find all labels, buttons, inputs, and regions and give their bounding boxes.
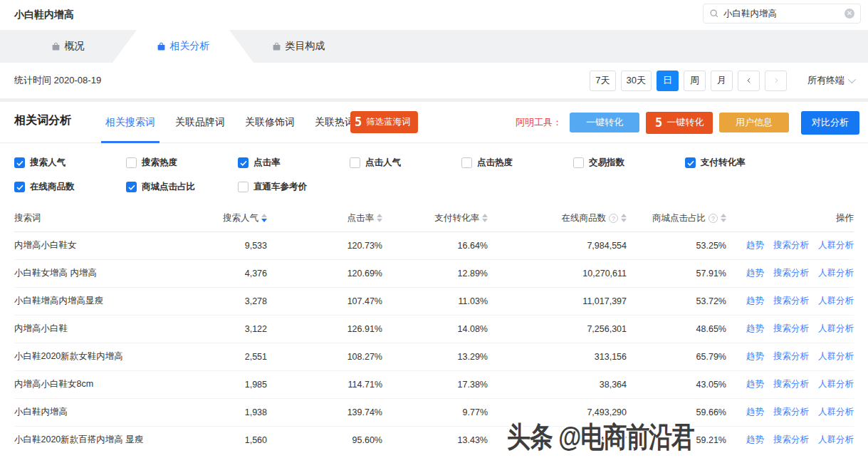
search-analysis-link[interactable]: 搜索分析 [773,239,809,251]
cell-pay-conversion: 14.08% [382,315,488,343]
terminal-selector[interactable]: 所有终端 [807,74,854,87]
subtab-related-search-words[interactable]: 相关搜索词 [105,102,155,143]
range-30d-button[interactable]: 30天 [621,71,652,91]
cell-ctr: 126.91% [267,315,382,343]
search-analysis-link[interactable]: 搜索分析 [773,406,809,418]
range-week-button[interactable]: 周 [684,71,706,91]
cell-ctr: 95.60% [267,426,382,454]
search-input[interactable]: 小白鞋内增高 ✕ [703,4,861,24]
checkbox-icon [126,182,137,192]
tab-label: 类目构成 [286,40,325,53]
bag-icon [272,42,281,51]
range-7d-button[interactable]: 7天 [590,71,615,91]
filter-online-products[interactable]: 在线商品数 [14,181,126,193]
help-icon[interactable] [609,214,618,223]
compare-analysis-button[interactable]: 对比分析 [801,111,859,135]
crowd-analysis-link[interactable]: 人群分析 [818,406,854,418]
filter-search-heat[interactable]: 搜索热度 [126,157,238,169]
cell-mall-click-ratio: 53.25% [627,231,726,259]
range-day-button[interactable]: 日 [657,71,679,91]
page-title: 小白鞋内增高 [14,9,74,21]
cell-online-products: 7,984,554 [488,231,627,259]
clear-search-icon[interactable]: ✕ [845,9,854,19]
col-ctr: 点击率 [347,212,375,224]
crowd-analysis-link[interactable]: 人群分析 [818,350,854,363]
subtab-hot-words[interactable]: 关联热词 [315,102,355,143]
trend-link[interactable]: 趋势 [746,406,764,418]
filter-click-popularity[interactable]: 点击人气 [350,157,461,169]
tab-label: 概况 [65,40,85,53]
tool-logo-icon: 5 [655,117,662,129]
filter-ztc-reference-price[interactable]: 直通车参考价 [238,181,350,193]
crowd-analysis-link[interactable]: 人群分析 [818,378,854,390]
tab-category-composition[interactable]: 类目构成 [241,30,356,63]
filter-pay-conversion[interactable]: 支付转化率 [685,157,797,169]
search-analysis-link[interactable]: 搜索分析 [773,323,809,335]
user-info-button[interactable]: 用户信息 [719,113,789,132]
table-row: 小白鞋2020新款女鞋内增高 2,551 108.27% 13.29% 313,… [14,343,854,370]
cell-mall-click-ratio: 59.66% [627,398,726,426]
cell-online-products: 10,270,611 [488,259,627,287]
table-row: 内增高小白鞋 3,122 126.91% 14.08% 7,256,301 48… [14,315,854,343]
help-icon[interactable] [708,214,718,223]
cell-mall-click-ratio: 43.05% [627,370,726,398]
cell-search-popularity: 3,122 [199,315,267,343]
search-analysis-link[interactable]: 搜索分析 [773,267,809,279]
crowd-analysis-link[interactable]: 人群分析 [818,239,854,251]
checkbox-icon [238,157,249,168]
keywords-table: 搜索词 搜索人气 点击率 支付转化率 在线商品数 商城点击占比 操作 内增高小白… [14,205,854,454]
crowd-analysis-link[interactable]: 人群分析 [818,295,854,307]
search-analysis-link[interactable]: 搜索分析 [773,378,809,390]
table-row: 小白鞋增高内增高显瘦 3,278 107.47% 11.03% 11,017,3… [14,287,854,315]
cell-online-products: 11,017,397 [488,287,627,315]
tab-strip: 概况 相关分析 类目构成 [0,30,868,63]
filter-click-heat[interactable]: 点击热度 [461,157,573,169]
cell-mall-click-ratio: 57.91% [627,259,726,287]
cell-search-popularity: 1,560 [199,426,267,454]
checkbox-icon [461,157,472,168]
sort-icon[interactable] [482,214,488,222]
sort-icon[interactable] [377,214,382,222]
sort-icon[interactable] [261,214,267,222]
subtab-bar: 相关搜索词 关联品牌词 关联修饰词 关联热词 [105,102,355,143]
col-keyword: 搜索词 [14,212,41,224]
sort-icon[interactable] [721,214,726,222]
cell-ctr: 108.27% [267,343,382,370]
trend-link[interactable]: 趋势 [746,239,764,251]
tab-related-analysis[interactable]: 相关分析 [125,30,241,63]
next-date-button[interactable] [765,71,787,91]
trend-link[interactable]: 趋势 [746,323,764,335]
filter-search-popularity[interactable]: 搜索人气 [14,157,126,169]
filter-blue-ocean-button[interactable]: 5 筛选蓝海词 [350,111,418,133]
range-month-button[interactable]: 月 [711,71,733,91]
search-analysis-link[interactable]: 搜索分析 [773,434,809,446]
col-online-products: 在线商品数 [562,212,607,224]
trend-link[interactable]: 趋势 [746,350,764,363]
prev-date-button[interactable] [738,71,760,91]
col-operations: 操作 [836,212,854,224]
filter-mall-click-ratio[interactable]: 商城点击占比 [126,181,238,193]
cell-keyword: 内增高小白鞋女8cm [14,370,199,398]
search-analysis-link[interactable]: 搜索分析 [773,350,809,363]
subtab-modifier-words[interactable]: 关联修饰词 [245,102,295,143]
cell-pay-conversion: 13.43% [382,426,488,454]
cell-pay-conversion: 12.89% [382,259,488,287]
crowd-analysis-link[interactable]: 人群分析 [818,323,854,335]
one-key-convert-button[interactable]: 一键转化 [570,113,639,132]
trend-link[interactable]: 趋势 [746,434,764,446]
one-key-convert-alt-button[interactable]: 5 一键转化 [646,112,713,134]
trend-link[interactable]: 趋势 [746,378,764,390]
filter-label: 点击率 [253,157,281,169]
crowd-analysis-link[interactable]: 人群分析 [818,434,854,446]
crowd-analysis-link[interactable]: 人群分析 [818,267,854,279]
trend-link[interactable]: 趋势 [746,267,764,279]
trend-link[interactable]: 趋势 [746,295,764,307]
sort-icon[interactable] [621,214,627,222]
filter-trade-index[interactable]: 交易指数 [573,157,685,169]
cell-online-products: 49,727 [488,426,627,454]
search-analysis-link[interactable]: 搜索分析 [773,295,809,307]
subtab-brand-words[interactable]: 关联品牌词 [175,102,225,143]
tab-overview[interactable]: 概况 [10,30,125,63]
filter-ctr[interactable]: 点击率 [238,157,350,169]
cell-ctr: 139.74% [267,398,382,426]
